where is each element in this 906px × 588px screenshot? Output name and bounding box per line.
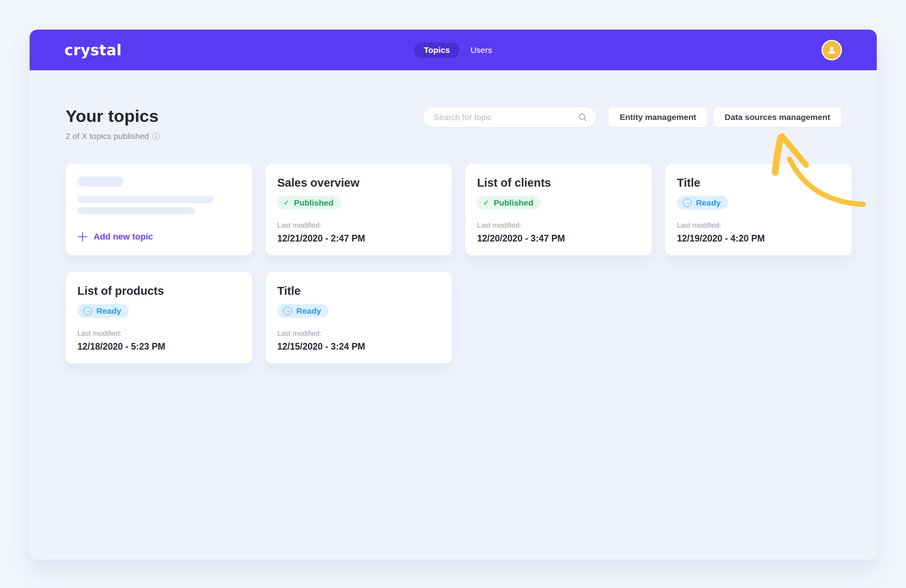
app-logo: crystal xyxy=(64,41,122,58)
user-icon xyxy=(827,45,837,55)
last-modified-date: 12/21/2020 - 2:47 PM xyxy=(277,233,440,244)
topic-title: Sales overview xyxy=(277,176,440,189)
status-label: Ready xyxy=(296,306,321,316)
topics-grid: Add new topic Sales overview ✓ Published… xyxy=(66,164,851,363)
topic-card[interactable]: Sales overview ✓ Published Last modified… xyxy=(265,164,452,255)
last-modified-date: 12/19/2020 - 4:20 PM xyxy=(677,233,840,244)
last-modified-date: 12/15/2020 - 3:24 PM xyxy=(277,341,440,352)
add-new-topic-card: Add new topic xyxy=(66,164,252,255)
topic-card[interactable]: List of clients ✓ Published Last modifie… xyxy=(465,164,652,255)
toolbar: Entity management Data sources managemen… xyxy=(423,107,841,127)
plus-icon xyxy=(77,232,88,242)
last-modified-label: Last modified: xyxy=(277,330,440,338)
status-label: Published xyxy=(294,198,333,208)
main-panel: crystal Topics Users Your topics 2 of X … xyxy=(30,30,877,560)
arrow-right-circle-icon: → xyxy=(283,307,292,315)
page-head: Your topics 2 of X topics published i En… xyxy=(66,107,851,141)
app-header: crystal Topics Users xyxy=(30,30,877,70)
add-new-topic-label: Add new topic xyxy=(94,232,153,242)
skeleton-bar xyxy=(77,196,214,203)
status-badge: → Ready xyxy=(677,196,728,210)
last-modified-label: Last modified: xyxy=(277,221,440,230)
topic-title: Title xyxy=(277,285,440,298)
topic-card[interactable]: List of products → Ready Last modified: … xyxy=(66,272,252,363)
check-icon: ✓ xyxy=(483,198,489,207)
skeleton-bar xyxy=(77,176,123,187)
search-icon xyxy=(578,112,587,122)
skeleton-bar xyxy=(77,207,195,214)
status-badge: → Ready xyxy=(277,304,329,318)
title-block: Your topics 2 of X topics published i xyxy=(66,107,160,141)
last-modified-label: Last modified: xyxy=(77,330,240,338)
page-subtitle: 2 of X topics published i xyxy=(66,131,160,141)
status-badge: ✓ Published xyxy=(277,196,341,210)
topic-card[interactable]: Title → Ready Last modified: 12/19/2020 … xyxy=(665,164,851,255)
add-new-topic-button[interactable]: Add new topic xyxy=(77,232,240,242)
info-icon[interactable]: i xyxy=(152,133,160,140)
status-label: Ready xyxy=(96,306,121,316)
topic-card[interactable]: Title → Ready Last modified: 12/15/2020 … xyxy=(265,272,452,363)
main-nav: Topics Users xyxy=(414,43,492,58)
status-label: Published xyxy=(494,198,533,208)
user-avatar[interactable] xyxy=(821,40,842,60)
check-icon: ✓ xyxy=(283,198,289,207)
arrow-right-circle-icon: → xyxy=(83,307,92,315)
arrow-right-circle-icon: → xyxy=(683,198,692,207)
search-input[interactable] xyxy=(434,112,574,122)
tab-topics[interactable]: Topics xyxy=(414,43,459,58)
topic-title: List of products xyxy=(77,285,240,298)
status-badge: ✓ Published xyxy=(477,196,541,210)
published-count-text: 2 of X topics published xyxy=(66,131,149,141)
page-title: Your topics xyxy=(66,107,160,126)
page-content: Your topics 2 of X topics published i En… xyxy=(30,70,877,560)
status-badge: → Ready xyxy=(77,304,129,318)
entity-management-button[interactable]: Entity management xyxy=(609,107,707,127)
last-modified-date: 12/20/2020 - 3:47 PM xyxy=(477,233,640,244)
status-label: Ready xyxy=(696,198,721,208)
topic-title: Title xyxy=(677,176,840,189)
tab-users[interactable]: Users xyxy=(470,45,492,55)
last-modified-label: Last modified: xyxy=(677,221,840,230)
data-sources-management-button[interactable]: Data sources management xyxy=(714,107,841,127)
search-box xyxy=(423,107,596,127)
topic-title: List of clients xyxy=(477,176,640,189)
last-modified-label: Last modified: xyxy=(477,221,640,230)
last-modified-date: 12/18/2020 - 5:23 PM xyxy=(77,341,240,352)
